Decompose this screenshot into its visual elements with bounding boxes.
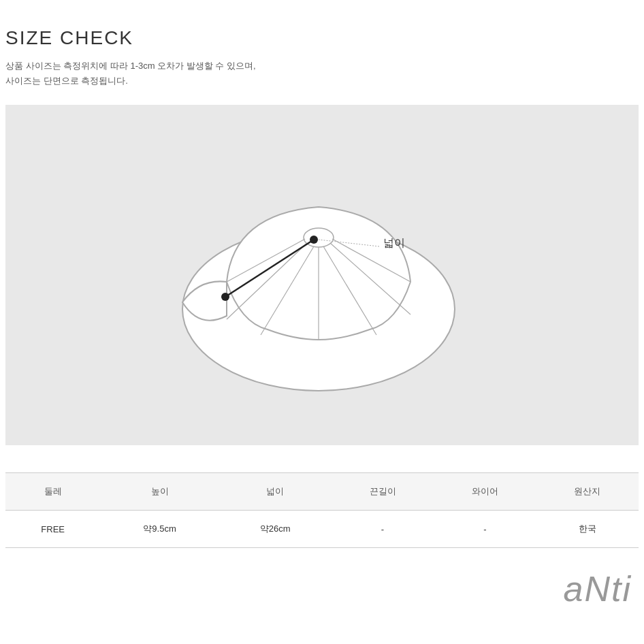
size-table: 둘레높이넓이끈길이와이어원산지 FREE약9.5cm약26cm--한국 [5, 472, 639, 548]
table-cell: 한국 [536, 511, 639, 548]
size-table-section: 둘레높이넓이끈길이와이어원산지 FREE약9.5cm약26cm--한국 [5, 472, 639, 548]
svg-point-11 [310, 236, 318, 244]
brand-name: aNti [564, 568, 632, 609]
col-끈길이: 끈길이 [332, 473, 434, 511]
col-와이어: 와이어 [434, 473, 536, 511]
col-높이: 높이 [100, 473, 219, 511]
svg-text:넓이: 넓이 [383, 237, 405, 248]
svg-point-10 [221, 293, 229, 301]
col-둘레: 둘레 [5, 473, 100, 511]
table-row: FREE약9.5cm약26cm--한국 [5, 511, 639, 548]
col-원산지: 원산지 [536, 473, 639, 511]
table-header: 둘레높이넓이끈길이와이어원산지 [5, 473, 639, 511]
table-cell: FREE [5, 511, 100, 548]
brand-area: aNti [5, 548, 639, 616]
size-check-description: 상품 사이즈는 측정위치에 따라 1-3cm 오차가 발생할 수 있으며, 사이… [5, 59, 639, 88]
table-cell: - [332, 511, 434, 548]
desc-line2: 사이즈는 단면으로 측정됩니다. [5, 76, 128, 86]
table-body: FREE약9.5cm약26cm--한국 [5, 511, 639, 548]
header-row: 둘레높이넓이끈길이와이어원산지 [5, 473, 639, 511]
desc-line1: 상품 사이즈는 측정위치에 따라 1-3cm 오차가 발생할 수 있으며, [5, 61, 256, 71]
table-cell: 약26cm [219, 511, 332, 548]
hat-diagram-area: 넓이 [5, 105, 639, 445]
hat-diagram: 넓이 [145, 146, 499, 404]
col-넓이: 넓이 [219, 473, 332, 511]
table-cell: - [434, 511, 536, 548]
page-title: SIZE CHECK [5, 27, 639, 49]
table-cell: 약9.5cm [100, 511, 219, 548]
page-wrapper: SIZE CHECK 상품 사이즈는 측정위치에 따라 1-3cm 오차가 발생… [0, 0, 644, 643]
